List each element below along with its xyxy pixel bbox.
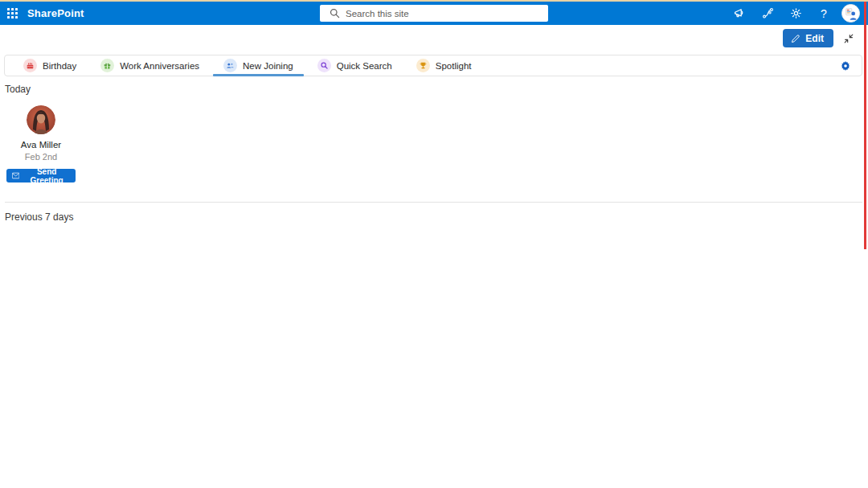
webpart-tab-strip: Birthday Work Anniversaries New Joining bbox=[4, 55, 862, 76]
tab-spotlight[interactable]: Spotlight bbox=[404, 55, 484, 76]
suite-bar: SharePoint bbox=[0, 2, 868, 25]
recording-border-line bbox=[864, 2, 866, 249]
help-icon[interactable]: ? bbox=[813, 3, 834, 24]
today-section-label: Today bbox=[5, 84, 862, 95]
edit-button-label: Edit bbox=[805, 33, 824, 44]
megaphone-icon[interactable] bbox=[729, 3, 750, 24]
person-date: Feb 2nd bbox=[25, 152, 57, 162]
search-input[interactable] bbox=[346, 9, 530, 18]
section-divider bbox=[5, 202, 862, 203]
magnifier-icon bbox=[317, 59, 331, 72]
app-name[interactable]: SharePoint bbox=[27, 7, 84, 19]
people-icon bbox=[223, 59, 237, 72]
tab-work-anniversaries[interactable]: Work Anniversaries bbox=[88, 55, 211, 76]
tab-label: New Joining bbox=[243, 61, 293, 71]
person-card: Ava Miller Feb 2nd Send Greeting bbox=[6, 105, 76, 182]
previous-section-label: Previous 7 days bbox=[5, 211, 862, 223]
envelope-icon bbox=[12, 172, 19, 179]
tab-birthday[interactable]: Birthday bbox=[11, 55, 88, 76]
exit-fullscreen-icon[interactable] bbox=[841, 31, 857, 47]
tab-quick-search[interactable]: Quick Search bbox=[305, 55, 404, 76]
trophy-icon bbox=[416, 59, 430, 72]
person-avatar-photo[interactable] bbox=[27, 105, 55, 134]
tab-label: Quick Search bbox=[337, 61, 392, 71]
command-toolbar: Edit bbox=[0, 25, 868, 51]
tab-new-joining[interactable]: New Joining bbox=[211, 55, 305, 76]
send-greeting-button[interactable]: Send Greeting bbox=[6, 169, 76, 182]
search-icon bbox=[330, 8, 340, 18]
tab-label: Spotlight bbox=[436, 61, 472, 71]
gift-icon bbox=[100, 59, 114, 72]
birthday-cake-icon bbox=[23, 59, 37, 72]
suite-icons: ? bbox=[729, 3, 860, 24]
pencil-icon bbox=[791, 34, 800, 43]
app-launcher-waffle-icon[interactable] bbox=[0, 2, 24, 25]
main-content: Today Ava Miller Feb 2nd bbox=[0, 76, 868, 223]
settings-gear-icon[interactable] bbox=[785, 3, 806, 24]
webpart-settings-gear-icon[interactable] bbox=[840, 60, 851, 72]
tab-label: Work Anniversaries bbox=[120, 61, 199, 71]
tab-label: Birthday bbox=[43, 61, 76, 71]
site-search-box[interactable] bbox=[320, 5, 548, 22]
person-name: Ava Miller bbox=[21, 140, 61, 150]
account-avatar[interactable] bbox=[841, 4, 860, 23]
flow-icon[interactable] bbox=[757, 3, 778, 24]
send-greeting-label: Send Greeting bbox=[23, 167, 70, 185]
edit-button[interactable]: Edit bbox=[783, 29, 833, 47]
waffle-grid bbox=[7, 8, 18, 18]
